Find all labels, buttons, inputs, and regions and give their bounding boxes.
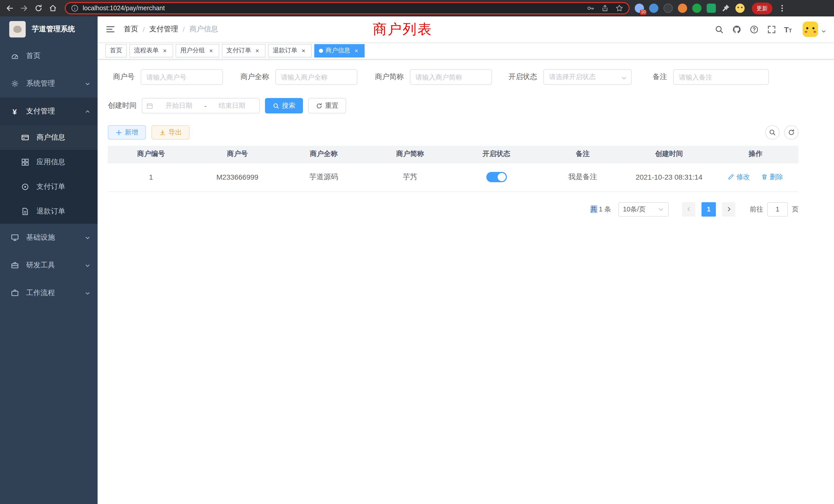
sidebar-item-system[interactable]: 系统管理 bbox=[0, 70, 97, 97]
sidebar-item-home[interactable]: 首页 bbox=[0, 42, 97, 70]
back-icon[interactable] bbox=[5, 4, 14, 13]
screen: localhost:1024/pay/merchant 10 更新 芋道管理系统 bbox=[0, 0, 834, 504]
home-icon[interactable] bbox=[48, 4, 58, 13]
tag-refund-order[interactable]: 退款订单 bbox=[268, 44, 312, 57]
close-icon[interactable] bbox=[254, 47, 261, 54]
goto-page-input[interactable] bbox=[767, 202, 788, 216]
password-key-icon[interactable] bbox=[587, 4, 595, 12]
close-icon[interactable] bbox=[161, 47, 169, 54]
sidebar-item-label: 支付订单 bbox=[37, 182, 65, 191]
sidebar-item-pay-order[interactable]: 支付订单 bbox=[0, 175, 97, 199]
page-unit-label: 页 bbox=[792, 205, 798, 214]
extension-icon-2[interactable] bbox=[649, 4, 658, 13]
cell-create-time: 2021-10-23 08:31:14 bbox=[626, 163, 712, 191]
remark-input[interactable] bbox=[673, 69, 769, 85]
export-button[interactable]: 导出 bbox=[152, 125, 190, 140]
share-icon[interactable] bbox=[601, 4, 609, 12]
create-time-range-picker[interactable]: 开始日期 - 结束日期 bbox=[142, 98, 260, 113]
user-avatar-menu[interactable] bbox=[803, 22, 826, 37]
document-icon bbox=[21, 207, 29, 216]
cell-status bbox=[453, 163, 540, 191]
extension-icon-3[interactable] bbox=[663, 4, 673, 13]
search-icon[interactable] bbox=[714, 24, 724, 34]
tag-process-form[interactable]: 流程表单 bbox=[129, 44, 173, 57]
bookmark-star-icon[interactable] bbox=[615, 4, 623, 12]
page-annotation: 商户列表 bbox=[373, 20, 433, 39]
status-label: 开启状态 bbox=[504, 72, 543, 82]
sidebar-item-dev-tools[interactable]: 研发工具 bbox=[0, 251, 97, 279]
short-name-input[interactable] bbox=[410, 69, 492, 85]
reload-icon[interactable] bbox=[34, 4, 43, 13]
toggle-search-icon[interactable] bbox=[765, 125, 780, 140]
tags-view: 首页 流程表单 用户分组 支付订单 退款订单 商户信息 bbox=[97, 42, 834, 60]
reset-button[interactable]: 重置 bbox=[308, 98, 346, 113]
full-name-input[interactable] bbox=[275, 69, 357, 85]
sidebar-item-merchant-info[interactable]: 商户信息 bbox=[0, 125, 97, 150]
breadcrumb-home[interactable]: 首页 bbox=[124, 25, 138, 34]
extension-icon-6[interactable] bbox=[707, 4, 716, 13]
forward-icon[interactable] bbox=[20, 4, 29, 13]
refresh-icon[interactable] bbox=[784, 125, 798, 140]
edit-link[interactable]: 修改 bbox=[728, 173, 750, 182]
briefcase-icon bbox=[10, 289, 19, 297]
calendar-icon bbox=[146, 102, 154, 109]
page-jumper: 前往 页 bbox=[750, 202, 798, 216]
page-content: 商户号 商户全称 商户简称 开启状态 bbox=[97, 60, 834, 504]
chevron-down-icon bbox=[84, 234, 90, 241]
sidebar-item-infrastructure[interactable]: 基础设施 bbox=[0, 224, 97, 251]
url-text: localhost:1024/pay/merchant bbox=[83, 5, 165, 12]
merchant-no-input[interactable] bbox=[141, 69, 223, 85]
cell-merchant-id: 1 bbox=[108, 163, 194, 191]
sidebar-toggle-icon[interactable] bbox=[105, 24, 115, 35]
goto-label: 前往 bbox=[750, 205, 763, 214]
browser-update-button[interactable]: 更新 bbox=[752, 2, 772, 14]
page-size-select[interactable]: 10条/页 bbox=[618, 202, 668, 216]
delete-link[interactable]: 删除 bbox=[761, 173, 783, 182]
col-short-name: 商户简称 bbox=[367, 146, 453, 163]
help-icon[interactable] bbox=[749, 24, 759, 34]
sidebar-item-label: 系统管理 bbox=[26, 79, 55, 88]
tag-home[interactable]: 首页 bbox=[105, 44, 127, 57]
breadcrumb-payment[interactable]: 支付管理 bbox=[150, 25, 178, 34]
status-select[interactable]: 请选择开启状态 bbox=[543, 69, 632, 85]
col-actions: 操作 bbox=[712, 146, 798, 163]
pagination: 共 1 条 10条/页 1 前往 页 bbox=[108, 202, 798, 216]
close-icon[interactable] bbox=[300, 47, 307, 54]
pinned-extension-icon[interactable] bbox=[721, 4, 730, 13]
tag-user-group[interactable]: 用户分组 bbox=[176, 44, 219, 57]
site-info-icon[interactable] bbox=[71, 4, 79, 12]
tag-merchant-info[interactable]: 商户信息 bbox=[314, 44, 365, 57]
app-title: 芋道管理系统 bbox=[32, 25, 75, 34]
close-icon[interactable] bbox=[207, 47, 215, 54]
github-icon[interactable] bbox=[731, 24, 741, 34]
browser-toolbar: localhost:1024/pay/merchant 10 更新 bbox=[0, 0, 834, 17]
tag-pay-order[interactable]: 支付订单 bbox=[222, 44, 265, 57]
sidebar-item-workflow[interactable]: 工作流程 bbox=[0, 279, 97, 307]
app-logo[interactable]: 芋道管理系统 bbox=[0, 17, 97, 42]
profile-avatar-icon[interactable] bbox=[736, 4, 745, 13]
breadcrumb-current: 商户信息 bbox=[190, 25, 218, 34]
fullscreen-icon[interactable] bbox=[766, 24, 776, 34]
page-number-button[interactable]: 1 bbox=[702, 202, 716, 216]
sidebar-item-label: 研发工具 bbox=[26, 261, 55, 270]
prev-page-icon[interactable] bbox=[682, 202, 695, 216]
close-icon[interactable] bbox=[353, 47, 360, 54]
chevron-down-icon bbox=[84, 81, 90, 87]
address-bar[interactable]: localhost:1024/pay/merchant bbox=[65, 2, 630, 14]
browser-menu-icon[interactable] bbox=[777, 4, 787, 13]
extension-icon-5[interactable] bbox=[692, 4, 702, 13]
status-toggle[interactable] bbox=[486, 172, 507, 182]
extension-icon-4[interactable] bbox=[678, 4, 687, 13]
col-remark: 备注 bbox=[540, 146, 626, 163]
extension-icon-1[interactable]: 10 bbox=[635, 4, 644, 13]
sidebar-item-app-info[interactable]: 应用信息 bbox=[0, 150, 97, 175]
full-name-label: 商户全称 bbox=[234, 72, 275, 82]
cell-merchant-no: M233666999 bbox=[194, 163, 280, 191]
font-size-icon[interactable]: TT bbox=[784, 25, 792, 33]
search-button[interactable]: 搜索 bbox=[265, 98, 303, 113]
next-page-icon[interactable] bbox=[722, 202, 736, 216]
merchant-table: 商户编号 商户号 商户全称 商户简称 开启状态 备注 创建时间 操作 bbox=[108, 146, 798, 192]
add-button[interactable]: 新增 bbox=[108, 125, 146, 140]
sidebar-item-refund-order[interactable]: 退款订单 bbox=[0, 199, 97, 224]
sidebar-item-payment[interactable]: ¥ 支付管理 bbox=[0, 97, 97, 125]
